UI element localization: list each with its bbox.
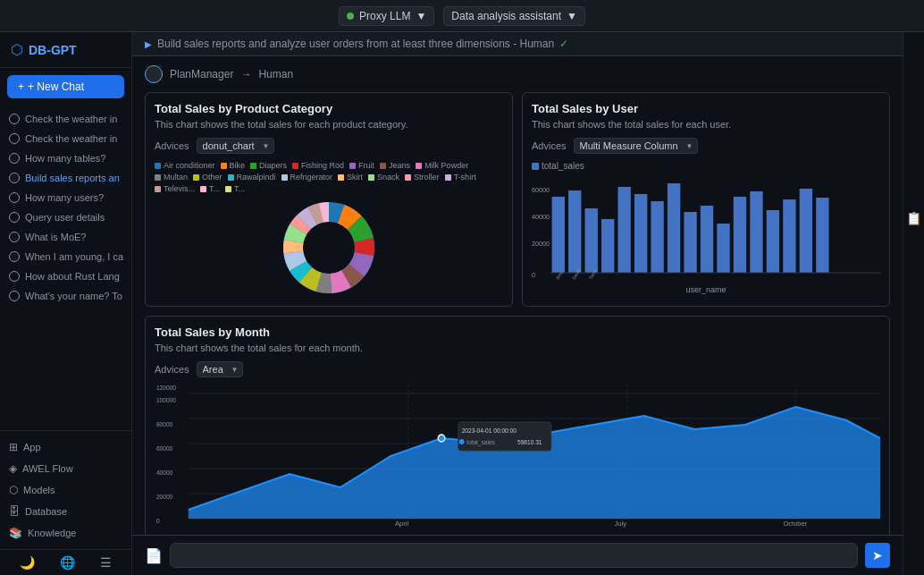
language-icon[interactable]: 🌐	[60, 555, 75, 570]
sidebar-item-item-4[interactable]: Build sales reports an	[0, 168, 131, 188]
svg-rect-31	[701, 206, 713, 273]
plan-manager-label: PlanManager	[170, 68, 233, 80]
sidebar-item-icon	[9, 212, 20, 223]
sidebar-footer-item-knowledge[interactable]: 📚Knowledge	[0, 522, 131, 544]
sidebar-item-label: Query user details	[25, 212, 105, 223]
sidebar-footer-item-app[interactable]: ⊞App	[0, 436, 131, 458]
legend-text: Fishing Rod	[301, 161, 344, 170]
svg-text:total_sales: total_sales	[466, 439, 495, 446]
sidebar-item-label: When I am young, I ca	[25, 251, 123, 262]
legend-text: Snack	[377, 173, 399, 182]
donut-advice-select[interactable]: donut_chart	[197, 138, 274, 154]
svg-rect-32	[717, 224, 729, 273]
bar-legend-label: total_sales	[542, 161, 584, 171]
legend-dot	[349, 163, 356, 169]
legend-text: Bike	[230, 161, 246, 170]
sidebar-item-item-7[interactable]: What is MoE?	[0, 227, 131, 247]
send-button[interactable]: ➤	[865, 543, 890, 568]
top-bar-arrow: ▶	[145, 39, 152, 49]
donut-legend-item: Milk Powder	[416, 161, 468, 170]
donut-legend-item: Other	[193, 173, 223, 182]
chat-input-area: 📄 ➤	[132, 535, 903, 575]
proxy-llm-dropdown[interactable]: Proxy LLM ▼	[339, 6, 434, 26]
donut-legend-item: Bike	[221, 161, 246, 170]
right-panel: 📋	[903, 32, 924, 575]
sidebar-item-item-8[interactable]: When I am young, I ca	[0, 247, 131, 266]
area-advice-select[interactable]: Area	[197, 361, 243, 377]
svg-text:0: 0	[532, 272, 535, 279]
svg-rect-35	[767, 210, 779, 273]
donut-legend-item: Diapers	[250, 161, 287, 170]
legend-text: Fruit	[358, 161, 374, 170]
charts-top-row: Total Sales by Product Category This cha…	[145, 92, 890, 307]
legend-text: T...	[234, 184, 245, 193]
bar-chart-legend: total_sales	[532, 161, 880, 171]
svg-text:40000: 40000	[156, 469, 173, 476]
sidebar-item-item-10[interactable]: What's your name? To	[0, 286, 131, 306]
svg-text:April: April	[395, 520, 408, 528]
sidebar-item-item-5[interactable]: How many users?	[0, 188, 131, 207]
sidebar-item-item-2[interactable]: Check the weather in	[0, 129, 131, 148]
document-icon[interactable]: 📄	[145, 547, 163, 564]
donut-legend-item: Multan	[155, 173, 188, 182]
sidebar-item-item-1[interactable]: Check the weather in	[0, 109, 131, 129]
legend-dot	[368, 174, 374, 181]
sidebar-footer-item-database[interactable]: 🗄Database	[0, 501, 131, 522]
legend-text: Skirt	[347, 173, 363, 182]
sidebar-item-item-9[interactable]: How about Rust Lang	[0, 266, 131, 286]
sidebar-item-label: Check the weather in	[25, 133, 117, 144]
menu-icon[interactable]: ☰	[100, 555, 112, 570]
svg-rect-34	[750, 191, 762, 273]
donut-legend-item: Stroller	[405, 173, 440, 182]
sidebar-item-icon	[9, 133, 20, 144]
donut-legend-item: Fruit	[349, 161, 374, 170]
svg-rect-29	[668, 183, 680, 273]
legend-dot	[405, 174, 411, 181]
donut-legend-item: Skirt	[338, 173, 363, 182]
legend-text: Rawalpindi	[237, 173, 276, 182]
right-panel-icon[interactable]: 📋	[906, 211, 921, 225]
svg-rect-26	[617, 187, 630, 273]
plan-manager-human: Human	[258, 68, 293, 80]
footer-label-database: Database	[25, 506, 67, 517]
chat-input[interactable]	[170, 543, 858, 568]
header: Proxy LLM ▼ Data analysis assistant ▼	[0, 0, 924, 32]
bar-advice-select[interactable]: Multi Measure Column	[574, 138, 698, 154]
top-bar-check: ✓	[559, 38, 568, 50]
legend-dot	[292, 163, 298, 169]
new-chat-button[interactable]: + + New Chat	[7, 75, 124, 98]
footer-label-knowledge: Knowledge	[28, 528, 76, 538]
top-bar-text: Build sales reports and analyze user ord…	[157, 38, 554, 50]
sidebar-item-label: Check the weather in	[25, 114, 117, 124]
svg-text:0: 0	[156, 518, 160, 524]
sidebar-item-label: How many tables?	[25, 153, 106, 164]
donut-legend-item: Fishing Rod	[292, 161, 344, 170]
svg-point-62	[459, 439, 465, 444]
theme-icon[interactable]: 🌙	[20, 555, 35, 570]
proxy-llm-label: Proxy LLM	[359, 10, 410, 22]
sidebar-footer-item-models[interactable]: ⬡Models	[0, 479, 131, 501]
area-advice-row: Advices Area	[155, 360, 880, 377]
sidebar-item-item-3[interactable]: How many tables?	[0, 148, 131, 168]
new-chat-plus: +	[18, 80, 24, 93]
donut-chart-card: Total Sales by Product Category This cha…	[145, 92, 513, 307]
legend-dot	[338, 174, 344, 181]
sidebar-footer-item-awel-flow[interactable]: ◈AWEL Flow	[0, 458, 131, 479]
donut-chart-subtitle: This chart shows the total sales for eac…	[155, 119, 503, 130]
svg-text:2023-04-01 00:00:00: 2023-04-01 00:00:00	[462, 427, 517, 434]
svg-rect-33	[734, 197, 746, 273]
donut-advice-select-wrap[interactable]: donut_chart	[197, 137, 274, 154]
sidebar-item-item-6[interactable]: Query user details	[0, 207, 131, 227]
plan-manager-arrow: →	[240, 68, 251, 80]
assistant-dropdown[interactable]: Data analysis assistant ▼	[443, 6, 585, 26]
svg-text:80000: 80000	[156, 421, 173, 427]
sidebar-item-icon	[9, 192, 20, 203]
footer-icon-models: ⬡	[9, 484, 18, 496]
legend-dot	[200, 186, 206, 192]
svg-rect-30	[684, 212, 696, 273]
bar-advice-select-wrap[interactable]: Multi Measure Column	[574, 137, 698, 154]
main-layout: ⬡ DB-GPT + + New Chat Check the weather …	[0, 32, 924, 575]
sidebar-item-icon	[9, 173, 20, 183]
area-advice-select-wrap[interactable]: Area	[197, 360, 243, 377]
donut-advice-label: Advices	[155, 140, 189, 151]
